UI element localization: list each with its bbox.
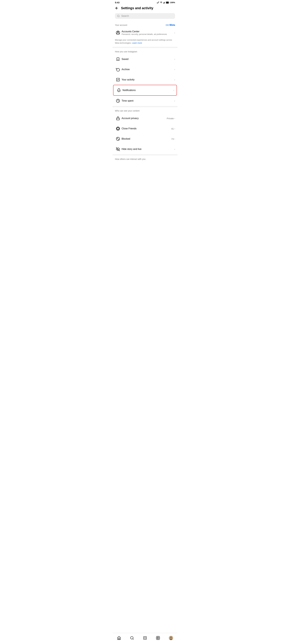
notifications-item[interactable]: Notifications › xyxy=(113,85,177,96)
page-title: Settings and activity xyxy=(121,6,153,10)
blocked-icon xyxy=(115,136,121,142)
close-friends-item[interactable]: Close Friends 41 › xyxy=(113,124,177,134)
accounts-center-item[interactable]: Accounts Center Password, security, pers… xyxy=(113,28,177,38)
your-activity-item[interactable]: Your activity › xyxy=(113,74,177,85)
svg-point-28 xyxy=(170,636,172,638)
time-spent-chevron: › xyxy=(174,100,175,102)
archive-icon xyxy=(115,66,121,72)
avatar-image xyxy=(169,636,173,640)
divider-2 xyxy=(113,106,177,107)
who-can-see-section: Who can see your content Account privacy… xyxy=(113,107,177,154)
signal-icon xyxy=(163,1,165,4)
your-account-label: Your account Meta xyxy=(113,21,177,28)
notifications-content: Notifications xyxy=(123,89,173,92)
battery-percent: 100% xyxy=(170,1,175,4)
search-box[interactable]: Search xyxy=(115,13,175,19)
your-activity-icon xyxy=(115,77,121,83)
accounts-center-description: Manage your connected experiences and ac… xyxy=(113,38,177,47)
status-icons: 100% xyxy=(157,1,175,4)
svg-line-15 xyxy=(117,138,119,140)
how-others-interact-label: How others can interact with you xyxy=(113,156,177,162)
accounts-center-content: Accounts Center Password, security, pers… xyxy=(122,30,174,35)
nav-reels[interactable] xyxy=(154,634,162,642)
close-friends-content: Close Friends xyxy=(122,127,171,130)
account-privacy-chevron: Private › xyxy=(167,117,175,120)
accounts-center-icon xyxy=(115,30,121,36)
meta-infinity-icon xyxy=(166,24,169,26)
your-account-section: Your account Meta Accounts Center Passwo… xyxy=(113,21,177,47)
header: Settings and activity xyxy=(113,4,177,12)
time-spent-content: Time spent xyxy=(122,100,174,102)
svg-line-18 xyxy=(133,639,134,640)
close-friends-icon xyxy=(115,126,121,132)
your-activity-chevron: › xyxy=(174,78,175,81)
how-you-use-section: How you use Instagram Saved › xyxy=(113,48,177,106)
nav-home[interactable] xyxy=(115,634,123,642)
hide-story-item[interactable]: Hide story and live › xyxy=(113,144,177,154)
archive-content: Archive xyxy=(122,68,174,71)
saved-item[interactable]: Saved › xyxy=(113,54,177,64)
nav-search[interactable] xyxy=(128,634,136,642)
account-privacy-icon xyxy=(115,115,121,121)
wifi-icon xyxy=(160,1,162,4)
saved-content: Saved xyxy=(122,58,174,60)
divider-1 xyxy=(113,47,177,48)
svg-point-7 xyxy=(117,32,119,33)
archive-item[interactable]: Archive › xyxy=(113,64,177,74)
archive-chevron: › xyxy=(174,68,175,71)
time-spent-item[interactable]: Time spent › xyxy=(113,96,177,106)
profile-avatar xyxy=(169,636,173,640)
status-time: 5:43 xyxy=(115,1,119,4)
status-bar: 5:43 100% xyxy=(113,0,177,4)
search-container: Search xyxy=(113,12,177,21)
battery-icon xyxy=(166,1,169,4)
svg-rect-3 xyxy=(165,2,165,3)
hide-story-content: Hide story and live xyxy=(122,148,174,150)
close-friends-chevron: 41 › xyxy=(171,128,175,130)
search-placeholder: Search xyxy=(121,15,129,17)
who-can-see-label: Who can see your content xyxy=(113,107,177,113)
nav-search-icon xyxy=(130,636,134,640)
svg-rect-0 xyxy=(163,3,163,4)
notifications-icon xyxy=(116,87,122,93)
notifications-chevron: › xyxy=(173,89,174,92)
hide-story-chevron: › xyxy=(174,148,175,150)
home-icon xyxy=(117,636,121,640)
saved-icon xyxy=(115,56,121,62)
learn-more-link[interactable]: Learn more xyxy=(132,42,142,44)
nav-add[interactable] xyxy=(141,634,149,642)
back-button[interactable] xyxy=(115,6,119,10)
blocked-item[interactable]: Blocked 73 › xyxy=(113,134,177,144)
svg-rect-9 xyxy=(116,78,119,81)
account-privacy-item[interactable]: Account privacy Private › xyxy=(113,113,177,124)
svg-rect-11 xyxy=(116,118,119,120)
bottom-nav xyxy=(113,633,177,644)
how-others-interact-section: How others can interact with you xyxy=(113,156,177,162)
blocked-content: Blocked xyxy=(122,138,171,140)
your-activity-content: Your activity xyxy=(122,78,174,81)
accounts-center-chevron: › xyxy=(174,32,175,34)
reels-icon xyxy=(156,636,160,640)
meta-logo: Meta xyxy=(166,24,175,26)
key-icon xyxy=(157,1,159,4)
divider-3 xyxy=(113,154,177,156)
svg-rect-5 xyxy=(166,2,168,3)
svg-rect-1 xyxy=(164,2,164,3)
saved-chevron: › xyxy=(174,58,175,60)
svg-point-6 xyxy=(117,15,119,17)
how-you-use-label: How you use Instagram xyxy=(113,48,177,54)
add-icon xyxy=(143,636,147,640)
search-icon xyxy=(117,15,120,17)
nav-profile[interactable] xyxy=(167,634,175,642)
hide-story-icon xyxy=(115,146,121,152)
svg-rect-2 xyxy=(164,2,164,3)
blocked-chevron: 73 › xyxy=(171,138,175,140)
time-spent-icon xyxy=(115,98,121,104)
account-privacy-content: Account privacy xyxy=(122,117,167,120)
